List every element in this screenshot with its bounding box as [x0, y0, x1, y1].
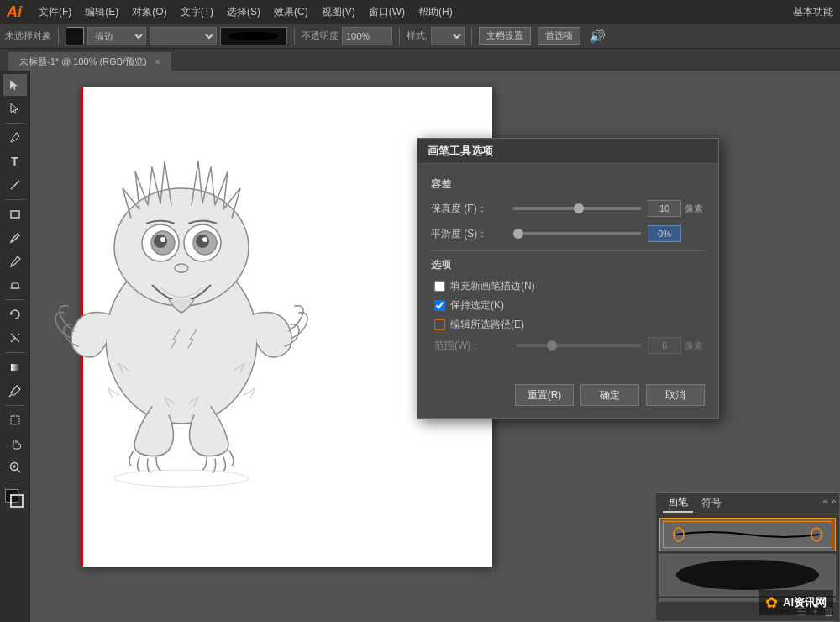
svg-rect-7 — [11, 416, 19, 424]
fill-brush-label: 填充新画笔描边(N) — [450, 279, 535, 293]
menu-object[interactable]: 对象(O) — [125, 0, 173, 24]
edit-paths-label: 编辑所选路径(E) — [450, 318, 524, 332]
fill-color-swatch[interactable] — [66, 27, 84, 45]
cancel-button[interactable]: 取消 — [646, 384, 705, 406]
svg-line-9 — [17, 470, 20, 473]
menu-help[interactable]: 帮助(H) — [412, 0, 459, 24]
tool-type[interactable]: T — [3, 150, 27, 172]
svg-rect-2 — [11, 211, 19, 218]
range-slider[interactable] — [517, 344, 641, 347]
dialog-body: 容差 保真度 (F)： 10 像素 平滑度 (S)： 0% 选项 — [417, 164, 718, 376]
range-unit: 像素 — [685, 340, 705, 352]
style-label: 样式: — [407, 29, 428, 42]
brush-panel-collapse[interactable]: « » — [823, 496, 836, 506]
keep-selection-label: 保持选定(K) — [450, 298, 504, 313]
style-select[interactable] — [431, 27, 465, 45]
fill-brush-checkbox[interactable] — [434, 281, 445, 292]
menu-effect[interactable]: 效果(C) — [267, 0, 315, 24]
ok-button[interactable]: 确定 — [580, 384, 639, 406]
range-value[interactable]: 6 — [648, 337, 681, 354]
stroke-select[interactable]: 描边 — [87, 27, 146, 45]
stroke-weight-select[interactable] — [150, 27, 217, 45]
tool-separator-6 — [5, 482, 25, 482]
dialog-title: 画笔工具选项 — [428, 144, 493, 159]
monster-sketch-svg: .sketch { fill: none; stroke: #888; stro… — [39, 87, 324, 491]
smoothness-slider[interactable] — [513, 232, 641, 235]
fidelity-value[interactable]: 10 — [648, 200, 681, 217]
tool-zoom[interactable] — [3, 456, 27, 478]
fidelity-slider[interactable] — [513, 207, 641, 210]
left-toolbar: T — [0, 71, 30, 622]
svg-point-23 — [114, 470, 249, 487]
workspace-label: 基本功能 — [793, 5, 833, 19]
tool-eraser[interactable] — [3, 274, 27, 296]
tool-separator-1 — [5, 123, 25, 124]
brush-preview-2 — [668, 556, 827, 593]
preferences-button[interactable]: 首选项 — [538, 27, 580, 45]
menu-view[interactable]: 视图(V) — [315, 0, 362, 24]
svg-point-21 — [202, 237, 207, 242]
reset-button[interactable]: 重置(R) — [515, 384, 574, 406]
tool-direct-selection[interactable] — [3, 98, 27, 119]
toolbar-divider-3 — [399, 28, 400, 45]
svg-point-0 — [15, 133, 18, 135]
tool-pen[interactable] — [3, 127, 27, 149]
range-row: 范围(W)： 6 像素 — [431, 337, 705, 354]
menu-file[interactable]: 文件(F) — [32, 0, 78, 24]
opacity-label: 不透明度 — [302, 29, 339, 42]
stroke-preview — [220, 27, 287, 45]
canvas-area: .sketch { fill: none; stroke: #888; stro… — [30, 71, 840, 622]
tolerance-section-label: 容差 — [431, 177, 705, 192]
tool-selection[interactable] — [3, 74, 27, 96]
edit-paths-checkbox-orange[interactable] — [434, 319, 445, 330]
fidelity-row: 保真度 (F)： 10 像素 — [431, 200, 705, 217]
tool-separator-4 — [5, 352, 25, 353]
tool-pencil[interactable] — [3, 250, 27, 272]
smoothness-value[interactable]: 0% — [648, 225, 681, 242]
toolbar-divider-1 — [58, 28, 59, 45]
toolbar-extra-icon[interactable]: 🔊 — [589, 28, 606, 44]
stroke-oval — [228, 32, 279, 40]
tool-gradient[interactable] — [3, 356, 27, 378]
menu-type[interactable]: 文字(T) — [174, 0, 220, 24]
symbol-tab[interactable]: 符号 — [696, 494, 727, 512]
menu-select[interactable]: 选择(S) — [220, 0, 267, 24]
toolbar-divider-4 — [471, 28, 472, 45]
tool-separator-2 — [5, 199, 25, 200]
range-label: 范围(W)： — [434, 339, 510, 353]
tool-line[interactable] — [3, 174, 27, 196]
tab-title: 未标题-1* @ 100% (RGB/预览) — [19, 55, 147, 68]
selection-label: 未选择对象 — [5, 29, 51, 42]
brush-item-1[interactable] — [659, 518, 836, 551]
doc-settings-button[interactable]: 文档设置 — [479, 27, 531, 45]
keep-selection-checkbox[interactable] — [434, 300, 445, 311]
tool-separator-5 — [5, 405, 25, 406]
menu-window[interactable]: 窗口(W) — [362, 0, 412, 24]
watermark-icon: ✿ — [765, 593, 778, 612]
tool-eyedropper[interactable] — [3, 380, 27, 402]
menu-edit[interactable]: 编辑(E) — [78, 0, 125, 24]
brush-tool-options-dialog: 画笔工具选项 容差 保真度 (F)： 10 像素 平滑度 (S)： 0% — [417, 138, 719, 419]
keep-selection-row: 保持选定(K) — [431, 298, 705, 313]
fill-stroke-selector[interactable] — [5, 489, 25, 509]
document-tab[interactable]: 未标题-1* @ 100% (RGB/预览) ✕ — [8, 52, 171, 71]
tool-rect[interactable] — [3, 203, 27, 225]
opacity-input[interactable] — [342, 27, 392, 45]
tool-scale[interactable] — [3, 327, 27, 349]
tool-rotate[interactable] — [3, 303, 27, 325]
tool-paintbrush[interactable] — [3, 227, 27, 249]
brush-tab[interactable]: 画笔 — [663, 493, 693, 513]
watermark-text: AI资讯网 — [783, 595, 827, 610]
tab-close-icon[interactable]: ✕ — [154, 57, 160, 66]
svg-rect-5 — [11, 364, 19, 371]
tool-hand[interactable] — [3, 433, 27, 455]
tool-artboard[interactable] — [3, 409, 27, 431]
watermark: ✿ AI资讯网 — [759, 590, 833, 615]
svg-point-20 — [160, 237, 165, 242]
fidelity-unit: 像素 — [685, 203, 705, 215]
dialog-title-bar: 画笔工具选项 — [417, 139, 718, 164]
edit-paths-row: 编辑所选路径(E) — [431, 318, 705, 332]
smoothness-row: 平滑度 (S)： 0% — [431, 225, 705, 242]
toolbar-divider-2 — [294, 28, 295, 45]
toolbar: 未选择对象 描边 不透明度 样式: 文档设置 首选项 🔊 — [0, 24, 840, 49]
